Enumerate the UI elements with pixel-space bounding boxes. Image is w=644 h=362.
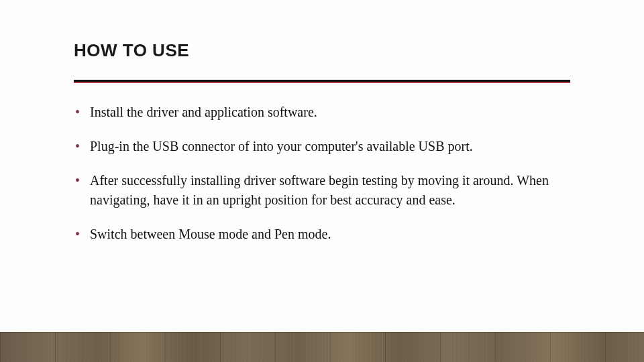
bullet-text: Plug-in the USB connector of into your c… — [90, 139, 473, 154]
list-item: Switch between Mouse mode and Pen mode. — [74, 225, 570, 244]
slide-content: Install the driver and application softw… — [74, 103, 570, 244]
bullet-text: Switch between Mouse mode and Pen mode. — [90, 227, 331, 241]
list-item: Plug-in the USB connector of into your c… — [74, 137, 570, 156]
wood-footer-strip — [0, 332, 644, 362]
list-item: After successfully installing driver sof… — [74, 171, 570, 210]
list-item: Install the driver and application softw… — [74, 103, 570, 122]
slide: HOW TO USE Install the driver and applic… — [0, 0, 644, 362]
bullet-text: Install the driver and application softw… — [90, 105, 317, 119]
title-divider — [74, 80, 570, 84]
bullet-text: After successfully installing driver sof… — [90, 173, 549, 207]
slide-title: HOW TO USE — [74, 40, 570, 61]
divider-bar-accent — [74, 82, 570, 83]
bullet-list: Install the driver and application softw… — [74, 103, 570, 244]
